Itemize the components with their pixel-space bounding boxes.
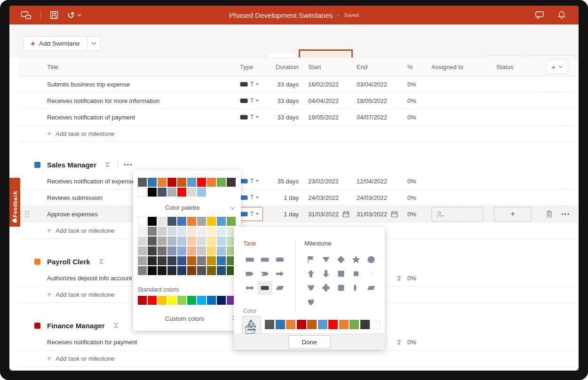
collapse-icon[interactable] [112, 322, 119, 329]
color-swatch[interactable] [138, 178, 147, 187]
color-swatch[interactable] [167, 227, 176, 236]
color-swatch[interactable] [158, 227, 167, 236]
type-selector[interactable]: T [240, 194, 259, 201]
color-swatch[interactable] [297, 320, 306, 329]
color-swatch[interactable] [138, 296, 147, 305]
feedback-tab[interactable]: Feedback [9, 178, 20, 227]
color-swatch[interactable] [148, 246, 157, 255]
color-swatch[interactable] [187, 256, 196, 265]
color-swatch[interactable] [227, 178, 236, 187]
color-swatch[interactable] [138, 237, 147, 245]
add-column-button[interactable]: + [546, 60, 568, 74]
table-row[interactable]: Submits business trip expenseT33 days16/… [19, 76, 578, 93]
shape-option-gear[interactable] [364, 253, 379, 267]
table-row[interactable]: Receives notification of expense cT35 da… [19, 173, 578, 190]
shape-option-semicircle[interactable] [349, 281, 364, 295]
color-swatch[interactable] [187, 237, 196, 245]
color-swatch[interactable] [148, 217, 157, 226]
type-selector[interactable]: T [240, 97, 259, 104]
app-logo-icon[interactable] [21, 11, 32, 20]
color-swatch[interactable] [197, 217, 206, 226]
color-swatch[interactable] [197, 256, 206, 265]
color-swatch[interactable] [207, 237, 216, 245]
shape-option-pentagon-right[interactable] [242, 267, 257, 281]
table-row[interactable]: Reviews submissionT1 day24/03/202224/03/… [19, 190, 578, 206]
shape-option-trapezoid-down[interactable] [303, 281, 318, 295]
shape-option-rectangle[interactable] [242, 253, 257, 267]
color-swatch[interactable] [187, 296, 196, 305]
table-row[interactable]: Approve expensesT1 day31/03/202231/03/20… [19, 206, 578, 222]
shape-option-parallelogram[interactable] [272, 281, 287, 295]
add-task-or-milestone-button[interactable]: +Add task or milestone [19, 126, 578, 142]
color-swatch[interactable] [177, 227, 186, 236]
color-swatch[interactable] [148, 227, 157, 236]
shape-option-diamond[interactable] [334, 253, 349, 267]
color-swatch[interactable] [207, 217, 216, 226]
color-swatch[interactable] [138, 227, 147, 236]
color-swatch[interactable] [177, 296, 186, 305]
shape-option-heart[interactable] [303, 295, 318, 309]
color-swatch[interactable] [177, 188, 186, 197]
color-swatch[interactable] [187, 227, 196, 236]
color-swatch[interactable] [197, 188, 206, 197]
color-swatch[interactable] [167, 296, 176, 305]
add-swimlane-dropdown[interactable] [87, 37, 100, 50]
shape-option-arrow-right[interactable] [272, 267, 287, 281]
type-selector[interactable]: T [240, 178, 259, 184]
color-swatch[interactable] [207, 246, 216, 255]
color-swatch[interactable] [328, 320, 338, 329]
shape-option-arrow-down[interactable] [318, 267, 334, 281]
color-swatch[interactable] [177, 178, 186, 187]
color-swatch[interactable] [138, 217, 147, 226]
color-swatch[interactable] [167, 246, 176, 255]
start-date-cell[interactable]: 31/03/2022 [300, 211, 355, 218]
color-swatch[interactable] [167, 188, 176, 197]
color-palette-dropdown[interactable]: Color palette [138, 204, 236, 211]
color-swatch[interactable] [307, 320, 317, 329]
done-button[interactable]: Done [288, 335, 331, 348]
color-swatch[interactable] [207, 266, 216, 275]
shape-option-arrow-up[interactable] [303, 267, 318, 281]
undo-button[interactable]: ↺ [67, 11, 81, 20]
color-swatch[interactable] [177, 266, 186, 275]
color-swatch[interactable] [318, 320, 327, 329]
color-swatch[interactable] [158, 237, 167, 245]
color-swatch[interactable] [350, 320, 359, 329]
color-swatch[interactable] [187, 266, 196, 275]
color-swatch[interactable] [148, 188, 157, 197]
drag-handle-icon[interactable] [25, 211, 47, 218]
shape-option-crescent[interactable] [364, 267, 379, 281]
color-swatch[interactable] [158, 296, 167, 305]
shape-option-square[interactable] [334, 267, 349, 281]
color-swatch[interactable] [227, 217, 236, 226]
color-swatch[interactable] [217, 266, 226, 275]
color-swatch[interactable] [217, 246, 226, 255]
color-swatch[interactable] [167, 237, 176, 245]
color-swatch[interactable] [197, 227, 206, 236]
calendar-icon[interactable] [391, 211, 398, 218]
color-swatch[interactable] [339, 320, 349, 329]
shape-option-square-small[interactable] [349, 267, 364, 281]
color-swatch[interactable] [177, 237, 186, 245]
color-swatch[interactable] [187, 188, 196, 197]
color-swatch[interactable] [148, 296, 157, 305]
shape-option-pill[interactable] [272, 253, 287, 267]
add-swimlane-button[interactable]: + Add Swimlane [24, 36, 101, 51]
color-swatch[interactable] [197, 237, 206, 245]
color-swatch[interactable] [167, 178, 176, 187]
calendar-icon[interactable] [342, 211, 350, 218]
comments-icon[interactable] [535, 10, 545, 20]
color-swatch[interactable] [138, 246, 147, 255]
color-swatch[interactable] [158, 178, 167, 187]
table-row[interactable]: Receives notification for more informati… [19, 93, 578, 109]
color-swatch[interactable] [158, 246, 167, 255]
color-swatch[interactable] [217, 256, 226, 265]
row-menu-button[interactable]: ••• [561, 211, 571, 218]
color-swatch[interactable] [207, 256, 216, 265]
color-swatch[interactable] [217, 227, 226, 236]
color-swatch[interactable] [265, 320, 274, 329]
color-swatch[interactable] [371, 320, 380, 329]
color-swatch[interactable] [158, 256, 167, 265]
shape-option-cross[interactable] [318, 281, 334, 295]
color-swatch[interactable] [187, 246, 196, 255]
